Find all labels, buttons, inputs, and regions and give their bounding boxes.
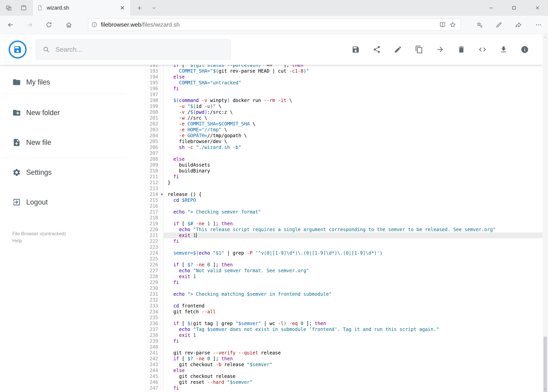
- code-line[interactable]: 236 if [ $(git tag | grep "$semver" | wc…: [145, 321, 542, 326]
- code-line[interactable]: 215 cd $REPO: [145, 197, 542, 203]
- scroll-down-button[interactable]: [542, 385, 548, 392]
- code-line[interactable]: 195 COMMIT_SHA="untracked": [145, 80, 542, 86]
- sidebar-item-my-files[interactable]: My files: [0, 70, 145, 94]
- code-line[interactable]: 194 else: [145, 74, 542, 80]
- code-line[interactable]: 201 -w //src \: [145, 115, 542, 121]
- delete-button[interactable]: [457, 45, 465, 54]
- move-button[interactable]: [436, 45, 444, 54]
- window-close-button[interactable]: [529, 0, 546, 16]
- app-logo[interactable]: [9, 41, 27, 58]
- code-line[interactable]: 202 -e COMMIT_SHA=$COMMIT_SHA \: [145, 121, 542, 127]
- code-line[interactable]: 226 if [ $? -ne 0 ]; then: [145, 262, 542, 268]
- tabs-preview-button[interactable]: [19, 4, 28, 13]
- code-line[interactable]: 240: [145, 344, 542, 350]
- code-line[interactable]: 237 echo "Tag $semver does not exist in …: [145, 326, 542, 332]
- tab-close-button[interactable]: ✕: [119, 5, 126, 11]
- code-line[interactable]: 209 buildAssets: [145, 162, 542, 168]
- code-line[interactable]: 241 git rev-parse --verify --quiet relea…: [145, 350, 542, 356]
- code-line[interactable]: 218: [145, 215, 542, 221]
- code-line[interactable]: 216: [145, 203, 542, 209]
- code-line[interactable]: 238 exit 1: [145, 332, 542, 338]
- code-line[interactable]: 212}: [145, 180, 542, 186]
- code-line[interactable]: 207: [145, 150, 542, 156]
- code-line[interactable]: 229 fi: [145, 280, 542, 285]
- code-line[interactable]: 231 echo "> Checking matching $semver in…: [145, 291, 542, 297]
- add-notes-button[interactable]: [494, 20, 503, 29]
- code-line[interactable]: 221 exit 1: [145, 232, 542, 238]
- code-line[interactable]: 235: [145, 315, 542, 321]
- fold-toggle-icon[interactable]: ▾: [161, 191, 163, 197]
- code-line[interactable]: 208 else: [145, 156, 542, 162]
- window-maximize-button[interactable]: [506, 0, 522, 16]
- code-line[interactable]: 193 COMMIT_SHA="$(git rev-parse HEAD | c…: [145, 68, 542, 74]
- sidebar-item-logout[interactable]: Logout: [0, 190, 145, 214]
- code-line[interactable]: 233 cd frontend: [145, 303, 542, 309]
- code-line[interactable]: 192 if [ "$(git status --porcelain)" == …: [145, 65, 542, 68]
- window-minimize-button[interactable]: [483, 0, 499, 16]
- copy-button[interactable]: [415, 45, 423, 54]
- code-line[interactable]: 232: [145, 297, 542, 303]
- code-line[interactable]: 243 git checkout -b release "$semver": [145, 362, 542, 368]
- code-line[interactable]: 204 -e GOPATH=//tmp/gopath \: [145, 133, 542, 139]
- home-button[interactable]: [64, 20, 73, 29]
- window-scrollbar[interactable]: [542, 34, 548, 392]
- address-bar[interactable]: filebrowser.web/files/wizard.sh: [88, 19, 461, 31]
- code-line[interactable]: 203 -e HOME="//tmp" \: [145, 127, 542, 133]
- sidebar-item-new-folder[interactable]: New folder: [0, 101, 145, 125]
- code-line[interactable]: 219 if [ $# -ne 1 ]; then: [145, 221, 542, 227]
- sidebar-item-new-file[interactable]: New file: [0, 131, 145, 154]
- code-line[interactable]: 196 fi: [145, 86, 542, 91]
- search-box[interactable]: [36, 39, 231, 59]
- code-line[interactable]: 234 git fetch --all: [145, 309, 542, 315]
- code-line[interactable]: 197: [145, 91, 542, 98]
- code-line[interactable]: 228 exit 1: [145, 273, 542, 280]
- edit-button[interactable]: [394, 45, 402, 54]
- new-tab-button[interactable]: [135, 4, 144, 13]
- code-line[interactable]: 230: [145, 285, 542, 291]
- tab-list-chevron-button[interactable]: [149, 4, 159, 13]
- info-button[interactable]: [520, 45, 529, 54]
- code-line[interactable]: 224 semver=$(echo "$1" | grep -P '^v(0|[…: [145, 250, 542, 256]
- code-line[interactable]: 225: [145, 256, 542, 262]
- code-line[interactable]: 217 echo "> Checking semver format": [145, 209, 542, 215]
- back-button[interactable]: [6, 20, 15, 29]
- download-button[interactable]: [499, 45, 508, 54]
- code-line[interactable]: 239 fi: [145, 338, 542, 344]
- scrollbar-thumb[interactable]: [543, 337, 547, 392]
- code-line[interactable]: 213: [145, 186, 542, 191]
- share-page-button[interactable]: [514, 20, 523, 29]
- save-button[interactable]: [352, 45, 360, 54]
- share-button[interactable]: [373, 45, 381, 54]
- code-line[interactable]: 198 $(command -v winpty) docker run --rm…: [145, 98, 542, 103]
- refresh-button[interactable]: [44, 20, 53, 29]
- help-link[interactable]: Help: [12, 238, 22, 243]
- more-options-button[interactable]: [534, 20, 543, 29]
- code-line[interactable]: 220 echo "This release script requires a…: [145, 227, 542, 232]
- code-line[interactable]: 222 fi: [145, 238, 542, 244]
- code-line[interactable]: 199 -u "$(id -u)" \: [145, 103, 542, 109]
- code-line[interactable]: 205 filebrowser/dev \: [145, 139, 542, 144]
- code-line[interactable]: 223: [145, 244, 542, 250]
- code-line[interactable]: 227 echo "Not valid semver format. See s…: [145, 268, 542, 273]
- code-line[interactable]: 214▾release () {: [145, 191, 542, 197]
- code-editor[interactable]: 192 if [ "$(git status --porcelain)" == …: [145, 65, 542, 392]
- sidebar-item-settings[interactable]: Settings: [0, 161, 145, 184]
- reading-view-button[interactable]: [437, 20, 448, 30]
- code-line[interactable]: 245 git checkout release: [145, 373, 542, 379]
- code-line[interactable]: 211 fi: [145, 174, 542, 180]
- browser-tab[interactable]: wizard.sh ✕: [33, 0, 131, 16]
- code-line[interactable]: 206 sh -c "./wizard.sh -b": [145, 144, 542, 150]
- add-favorite-button[interactable]: [448, 20, 458, 30]
- forward-button[interactable]: [25, 20, 34, 29]
- code-line[interactable]: 246 git reset --hard "$semver": [145, 379, 542, 385]
- hub-favorites-button[interactable]: [475, 20, 484, 29]
- code-line[interactable]: 242 if [ $? -ne 0 ]; then: [145, 356, 542, 362]
- set-tabs-aside-button[interactable]: [4, 4, 13, 13]
- scroll-up-button[interactable]: [542, 34, 548, 41]
- code-line[interactable]: 247 fi: [145, 385, 542, 391]
- code-button[interactable]: [478, 45, 486, 54]
- search-input[interactable]: [55, 45, 231, 53]
- code-line[interactable]: 210 buildBinary: [145, 168, 542, 174]
- code-line[interactable]: 244 else: [145, 368, 542, 373]
- code-line[interactable]: 200 -v /$(pwd):/src:z \: [145, 109, 542, 115]
